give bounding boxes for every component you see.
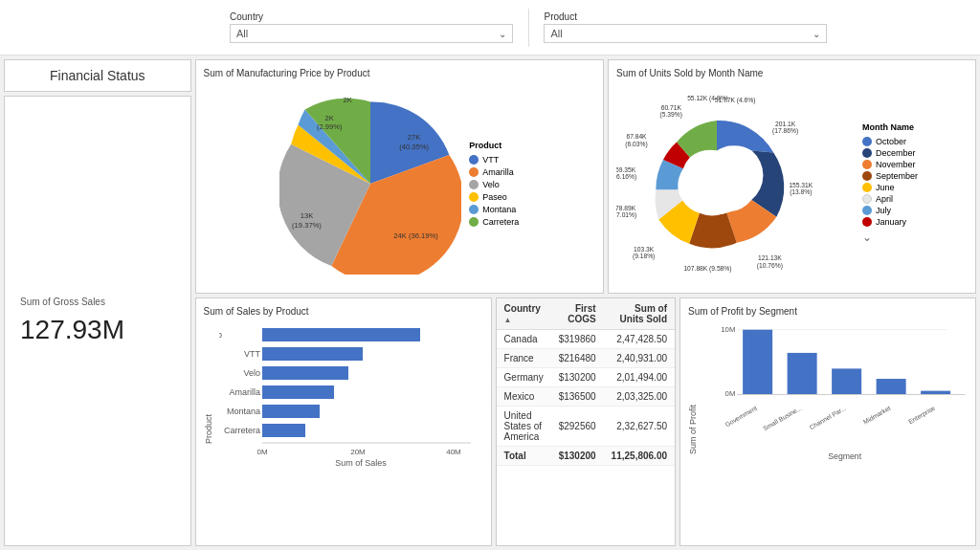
legend-june: June [862,183,968,192]
donut-legend: Month Name October December [862,122,968,244]
cell-country: Canada [497,330,551,349]
svg-rect-50 [788,353,817,395]
legend-november: November [862,160,968,169]
svg-text:121.13K: 121.13K [758,254,782,261]
svg-text:(7.01%): (7.01%) [616,211,636,219]
svg-rect-53 [921,391,950,395]
legend-vtt: VTT [469,155,519,165]
svg-rect-49 [743,330,772,395]
country-filter-group: Country All ⌄ [230,11,513,43]
svg-text:201.1K: 201.1K [775,121,796,127]
cell-units: 2,01,494.00 [604,368,675,387]
svg-text:103.3K: 103.3K [634,246,655,253]
svg-text:27K: 27K [408,133,421,142]
svg-text:Montana: Montana [227,407,260,416]
cell-total-label: Total [497,447,551,466]
svg-text:2K: 2K [325,114,334,122]
country-filter-label: Country [230,11,513,22]
svg-text:155.31K: 155.31K [789,182,813,188]
profit-bar-title: Sum of Profit by Segment [688,306,968,317]
cell-cogs: $130200 [551,368,604,387]
svg-rect-35 [262,385,334,399]
svg-text:40M: 40M [446,448,461,456]
legend-more-icon[interactable]: ⌄ [862,231,968,244]
svg-text:(5.39%): (5.39%) [660,111,682,119]
svg-text:13K: 13K [301,211,314,220]
legend-april: April [862,194,968,204]
cell-units: 2,32,627.50 [604,407,675,447]
svg-text:(6.16%): (6.16%) [616,173,636,181]
table-row: France $216480 2,40,931.00 [497,349,675,368]
cell-total-units: 11,25,806.00 [604,447,675,466]
svg-rect-29 [262,328,420,341]
donut-chart-title: Sum of Units Sold by Month Name [616,68,968,78]
svg-text:(17.86%): (17.86%) [772,127,798,135]
cell-cogs: $319860 [551,330,604,349]
pie-legend-title: Product [469,141,519,150]
cell-units: 2,47,428.50 [604,330,675,349]
cell-cogs: $292560 [551,407,604,447]
legend-january: January [862,217,968,227]
cell-country: Mexico [497,387,551,407]
legend-amarilla: Amarilla [469,167,519,177]
country-filter-select[interactable]: All ⌄ [230,24,513,43]
legend-september: September [862,171,968,181]
product-filter-group: Product All ⌄ [544,11,827,43]
svg-text:60.71K: 60.71K [661,104,682,111]
table-row: Germany $130200 2,01,494.00 [497,368,675,387]
cell-country: Germany [497,368,551,387]
units-donut-card: Sum of Units Sold by Month Name [608,59,976,294]
filter-divider [528,9,529,47]
legend-july: July [862,206,968,215]
cell-cogs: $136500 [551,387,604,407]
col-country[interactable]: Country ▲ [497,298,551,330]
product-filter-label: Product [544,11,827,22]
svg-text:Small Busine...: Small Busine... [762,405,803,432]
svg-text:(6.03%): (6.03%) [625,141,647,148]
svg-text:Government: Government [724,405,758,429]
gross-sales-card: Sum of Gross Sales 127.93M [4,96,191,546]
svg-text:2K: 2K [344,96,352,104]
pie-chart-svg: 27K (40.35%) 24K (36.19%) 13K (19.37%) 2… [279,93,461,275]
table-row: Canada $319860 2,47,428.50 [497,330,675,349]
table-total-row: Total $130200 11,25,806.00 [497,447,675,466]
cell-units: 2,40,931.00 [604,349,675,368]
financial-status-title: Financial Status [4,59,191,92]
cell-total-cogs: $130200 [551,447,604,466]
svg-rect-52 [877,379,906,394]
gross-sales-value: 127.93M [20,315,175,345]
svg-text:20M: 20M [350,448,366,456]
dashboard: Country All ⌄ Product All ⌄ Financial St… [0,0,980,550]
svg-rect-37 [262,405,320,418]
sales-bar-title: Sum of Sales by Product [204,306,483,317]
cell-country: United States of America [497,407,551,447]
cell-cogs: $216480 [551,349,604,368]
svg-text:Sum of Sales: Sum of Sales [335,458,387,468]
svg-text:107.88K (9.58%): 107.88K (9.58%) [683,265,731,273]
legend-montana: Montana [469,205,519,214]
svg-rect-33 [262,366,348,380]
svg-text:Enterprise: Enterprise [907,405,937,426]
svg-text:0M: 0M [256,448,267,456]
legend-carretera: Carretera [469,217,519,227]
table-row: Mexico $136500 2,03,325.00 [497,387,675,407]
sales-bar-card: Sum of Sales by Product Product Paseo VT… [195,297,492,546]
svg-text:(9.18%): (9.18%) [633,253,655,260]
svg-point-8 [685,151,749,215]
col-units-sold[interactable]: Sum of Units Sold [604,298,675,330]
svg-text:Carretera: Carretera [224,426,260,435]
svg-text:Segment: Segment [828,451,861,461]
donut-svg-container: 201.1K (17.86%) 155.31K (13.8%) 121.13K … [616,87,817,278]
profit-bar-card: Sum of Profit by Segment Sum of Profit 1… [679,297,976,546]
svg-text:0M: 0M [725,389,736,398]
svg-text:(10.76%): (10.76%) [757,262,783,270]
svg-text:Channel Par...: Channel Par... [808,405,847,431]
col-first-cogs[interactable]: First COGS [551,298,604,330]
profit-y-label: Sum of Profit [688,320,703,538]
table-card: Country ▲ First COGS Sum of Units Sold C… [496,297,676,546]
pie-chart-title: Sum of Manufacturing Price by Product [204,68,595,78]
svg-rect-51 [832,368,861,394]
product-filter-select[interactable]: All ⌄ [544,24,827,43]
legend-october: October [862,137,968,146]
donut-chart-svg: 201.1K (17.86%) 155.31K (13.8%) 121.13K … [616,87,817,278]
